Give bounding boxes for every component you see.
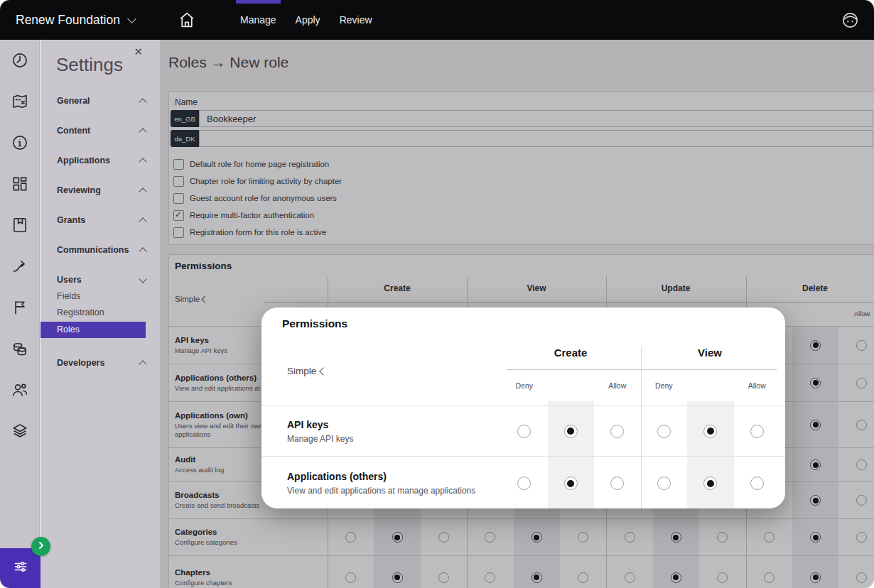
permission-desc: View and edit applications at manage app… [287,486,501,496]
info-icon[interactable] [11,134,29,152]
users-icon[interactable] [11,381,29,399]
radio-cell [734,457,781,508]
chevron-up-icon [139,217,146,225]
radio-api-keys-view-allow[interactable] [750,425,764,438]
avatar-icon [841,21,860,32]
settings-item-developers[interactable]: Developers [57,358,146,368]
chevron-up-icon [139,247,146,255]
flag-icon[interactable] [11,298,29,317]
org-switcher[interactable]: Renew Foundation [16,0,135,40]
radio-api-keys-create-deny[interactable] [517,425,531,438]
permission-row-applications-others: Applications (others)View and edit appli… [261,456,785,508]
topbar: Renew Foundation Manage Apply Review [0,0,874,40]
radio-api-keys-view-deny[interactable] [657,425,671,438]
radio-cell [594,457,641,508]
option-label-create-deny: Deny [501,381,548,390]
mode-label: Simple [287,366,316,376]
settings-item-applications[interactable]: Applications [57,156,146,165]
primary-nav: Manage Apply Review [240,0,372,40]
coins-icon[interactable] [11,339,29,358]
settings-sliders-icon [12,558,29,578]
icon-rail [0,40,40,588]
radio-cell [501,457,548,508]
close-icon: ✕ [134,45,143,58]
permission-row-api-keys: API keysManage API keys [261,405,785,456]
radio-api-keys-view-default[interactable] [703,425,717,438]
radio-api-keys-create-allow[interactable] [610,425,624,438]
library-icon[interactable] [11,216,29,234]
chevron-up-icon [139,187,146,195]
radio-applications-others-view-deny[interactable] [657,477,671,490]
dashboard-icon[interactable] [11,175,29,193]
avatar-button[interactable] [841,11,860,30]
settings-item-roles[interactable]: Roles [41,322,146,338]
close-button[interactable]: ✕ [132,44,144,60]
chevron-up-icon [139,158,146,165]
nav-manage[interactable]: Manage [240,0,276,40]
radio-cell [548,457,595,508]
settings-rail-button[interactable] [0,548,41,588]
app-window: Renew Foundation Manage Apply Review [0,0,874,588]
group-divider [641,347,642,508]
chevron-up-icon [139,360,146,368]
chevron-up-icon [139,98,146,106]
settings-item-label: Applications [57,156,110,165]
nav-review[interactable]: Review [340,0,372,40]
settings-item-label: Content [57,126,90,136]
settings-item-fields[interactable]: Fields [57,291,146,301]
chevron-down-icon [127,14,136,23]
settings-item-label: Registration [57,307,104,317]
permissions-rows: API keysManage API keysApplications (oth… [261,405,785,508]
permission-name: Applications (others) [287,471,501,482]
settings-item-reviewing[interactable]: Reviewing [57,185,146,195]
home-icon [177,21,197,32]
settings-item-label: Grants [57,215,85,225]
settings-item-label: Users [57,275,82,285]
settings-item-users[interactable]: Users [57,275,146,285]
modal-title: Permissions [282,317,347,330]
radio-applications-others-view-default[interactable] [703,477,717,490]
header-rule [507,369,777,370]
radio-applications-others-view-allow[interactable] [750,477,764,490]
settings-item-registration[interactable]: Registration [57,307,146,317]
settings-item-grants[interactable]: Grants [57,215,146,225]
option-label-create-allow: Allow [594,381,641,390]
layers-icon[interactable] [11,422,29,440]
settings-item-label: Reviewing [57,185,101,195]
expand-panel-button[interactable] [31,537,50,556]
settings-item-label: Communications [57,245,129,255]
chevron-right-icon [37,541,45,552]
modal-simple-mode-toggle[interactable]: Simple [287,366,326,376]
radio-applications-others-create-allow[interactable] [610,477,624,490]
radio-cell [687,406,734,456]
radio-applications-others-create-deny[interactable] [517,477,531,490]
settings-item-content[interactable]: Content [57,126,146,136]
radio-cell [687,457,734,508]
permission-desc: Manage API keys [287,434,501,444]
group-header-create: Create [501,347,640,359]
settings-item-general[interactable]: General [57,96,146,106]
radio-cell [641,457,688,508]
settings-panel: ✕ Settings GeneralContentApplicationsRev… [41,40,160,588]
radio-applications-others-create-default[interactable] [564,477,578,490]
settings-item-communications[interactable]: Communications [57,245,146,255]
map-icon[interactable] [11,92,29,111]
org-name: Renew Foundation [16,13,120,28]
settings-item-label: Fields [57,291,80,301]
clock-icon[interactable] [11,51,29,70]
settings-menu: GeneralContentApplicationsReviewingGrant… [41,96,160,368]
option-label-view-allow: Allow [734,381,781,390]
chevron-down-icon [139,275,146,283]
nav-apply[interactable]: Apply [296,0,320,40]
chevron-up-icon [139,128,146,136]
settings-item-label: Roles [57,325,80,334]
settings-item-label: General [57,96,90,106]
chevron-left-icon [320,367,328,375]
radio-cell [734,406,781,456]
radio-api-keys-create-default[interactable] [564,425,578,438]
share-arrow-icon[interactable] [11,257,29,276]
settings-item-label: Developers [57,358,104,368]
radio-cell [501,406,548,456]
home-button[interactable] [176,10,198,30]
permissions-modal: Permissions Simple Create View DenyAllow… [261,307,785,508]
